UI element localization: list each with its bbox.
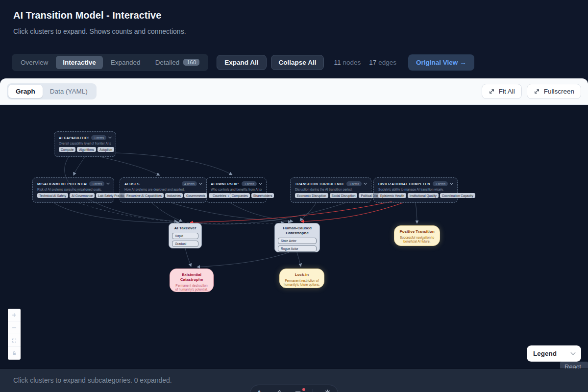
node-human-caused-catastrophe[interactable]: Human-Caused Catastrophe State Actor Rog… — [274, 223, 320, 252]
node-lock-in[interactable]: Lock-in Permanent restriction of humanit… — [279, 269, 324, 288]
cluster-tag: Epistemic Health — [378, 193, 406, 198]
cluster-description: Risk of AI systems pursuing misaligned g… — [37, 188, 109, 191]
cluster-tag: Shareholders — [251, 193, 274, 198]
tab-data-yaml[interactable]: Data (YAML) — [43, 85, 95, 98]
cluster-ai-ownership[interactable]: AI OWNERSHIP 3 items Who controls and be… — [206, 177, 267, 203]
chevron-down-icon — [108, 135, 112, 139]
collapse-all-button[interactable]: Collapse All — [271, 55, 324, 70]
cluster-tag: Institutional Quality — [408, 193, 439, 198]
tab-overview[interactable]: Overview — [14, 56, 55, 69]
cluster-description: How AI systems are deployed and applied. — [124, 188, 202, 191]
cluster-description: Society's ability to manage AI transitio… — [378, 188, 453, 191]
lock-button[interactable] — [8, 347, 21, 360]
cluster-tag: Countries — [211, 193, 228, 198]
notification-dot — [302, 388, 305, 391]
cluster-count-badge: 3 items — [89, 181, 104, 186]
expand-all-button[interactable]: Expand All — [217, 55, 266, 70]
cluster-tag: Algorithms — [77, 147, 96, 152]
original-view-button[interactable]: Original View → — [408, 54, 474, 71]
pen-tool-button[interactable] — [272, 389, 284, 392]
node-positive-transition[interactable]: Positive Transition Successful navigatio… — [394, 225, 440, 246]
tab-interactive[interactable]: Interactive — [56, 56, 103, 69]
text-tool-button[interactable]: A — [255, 389, 264, 392]
bottom-dock-toolbar: A — [250, 385, 338, 392]
chevron-down-icon — [450, 181, 453, 185]
cluster-title: CIVILIZATIONAL COMPETENCE — [378, 182, 430, 186]
cluster-title: TRANSITION TURBULENCE — [295, 182, 344, 186]
cluster-civilizational-competence[interactable]: CIVILIZATIONAL COMPETENCE 3 items Societ… — [373, 177, 458, 203]
cluster-tag: Recursive AI Capabilities — [124, 193, 164, 198]
cluster-misalignment-potential[interactable]: MISALIGNMENT POTENTIAL 3 items Risk of A… — [32, 177, 114, 203]
tab-graph[interactable]: Graph — [8, 85, 43, 98]
status-text: Click clusters to expand subcategories. … — [13, 376, 172, 384]
cluster-ai-capabilities[interactable]: AI CAPABILITIES 3 items Overall capabili… — [54, 131, 116, 157]
chevron-down-icon — [571, 350, 576, 355]
cluster-count-badge: 3 items — [346, 181, 362, 186]
zoom-controls — [8, 309, 21, 360]
cluster-description: Disruption during the AI transition peri… — [295, 188, 367, 191]
app-root: AI Transition Model - Interactive Click … — [0, 0, 588, 392]
cluster-tag: Compute — [59, 147, 75, 152]
cluster-tag: AI Governance — [70, 193, 95, 198]
cluster-title: AI CAPABILITIES — [59, 136, 89, 140]
fullscreen-button[interactable]: Fullscreen — [527, 84, 581, 99]
cluster-tag: Economic Disruption — [295, 193, 328, 198]
cluster-title: AI USES — [124, 182, 179, 186]
gear-icon — [324, 389, 331, 392]
node-existential-catastrophe[interactable]: Existential Catastrophe Permanent destru… — [170, 269, 214, 292]
tab-expanded[interactable]: Expanded — [104, 56, 147, 69]
view-mode-tabs: Overview Interactive Expanded Detailed 1… — [12, 54, 208, 71]
footer-bar: Click clusters to expand subcategories. … — [0, 368, 588, 392]
expand-arrows-icon — [534, 88, 540, 95]
subnode-rogue-actor[interactable]: Rogue Actor — [278, 245, 317, 252]
fit-view-button[interactable] — [8, 334, 21, 347]
chevron-down-icon — [106, 181, 110, 185]
cluster-tag: Industries — [165, 193, 183, 198]
cluster-tag: Technical AI Safety — [37, 193, 68, 198]
detailed-count-badge: 160 — [183, 59, 199, 66]
page-subtitle: Click clusters to expand. Shows counts a… — [13, 27, 186, 35]
cluster-description: Overall capability level of frontier AI … — [59, 142, 111, 145]
cluster-transition-turbulence[interactable]: TRANSITION TURBULENCE 3 items Disruption… — [290, 177, 371, 203]
cluster-tag: Social Disruption — [330, 193, 358, 198]
pen-icon — [274, 389, 282, 392]
cluster-count-badge: 3 items — [433, 181, 448, 186]
zoom-in-button[interactable] — [8, 309, 21, 321]
cluster-tag: Governments — [184, 193, 207, 198]
cluster-tag: Companies — [230, 193, 250, 198]
graph-canvas[interactable]: AI CAPABILITIES 3 items Overall capabili… — [0, 105, 588, 368]
expand-arrows-icon — [489, 88, 495, 95]
legend-dropdown[interactable]: Legend — [527, 345, 581, 362]
react-flow-attribution: React Flow — [560, 362, 588, 368]
cluster-title: AI OWNERSHIP — [211, 182, 239, 186]
dock-divider — [313, 389, 313, 392]
subnode-state-actor[interactable]: State Actor — [278, 238, 317, 244]
minus-icon — [11, 325, 17, 331]
zoom-out-button[interactable] — [8, 321, 21, 334]
list-icon — [294, 389, 302, 392]
subnode-rapid[interactable]: Rapid — [172, 233, 198, 239]
chevron-down-icon — [199, 181, 202, 185]
tab-detailed-label: Detailed — [155, 59, 180, 66]
graph-panel: Graph Data (YAML) Fit All Fullscreen — [0, 78, 588, 368]
chevron-down-icon — [364, 181, 367, 185]
node-ai-takeover[interactable]: AI Takeover Rapid Gradual — [169, 223, 202, 248]
cluster-tag: Adoption — [98, 147, 114, 152]
node-count-stat: 11nodes — [334, 59, 361, 66]
list-tool-button[interactable] — [293, 389, 304, 392]
cluster-count-badge: 3 items — [242, 181, 257, 186]
fit-all-button[interactable]: Fit All — [482, 84, 522, 99]
edge-count-stat: 17edges — [369, 59, 396, 66]
cluster-count-badge: 3 items — [91, 135, 106, 140]
cluster-count-badge: 4 items — [182, 181, 197, 186]
panel-toolbar: Graph Data (YAML) Fit All Fullscreen — [0, 78, 588, 105]
plus-icon — [11, 312, 17, 318]
cluster-ai-uses[interactable]: AI USES 4 items How AI systems are deplo… — [120, 177, 207, 203]
cluster-description: Who controls and benefits from AI system… — [211, 188, 262, 191]
chevron-down-icon — [259, 181, 262, 185]
subnode-gradual[interactable]: Gradual — [172, 241, 198, 247]
settings-button[interactable] — [322, 389, 333, 392]
main-toolbar: Overview Interactive Expanded Detailed 1… — [12, 54, 474, 71]
tab-detailed[interactable]: Detailed 160 — [148, 56, 207, 69]
panel-view-tabs: Graph Data (YAML) — [7, 83, 97, 99]
